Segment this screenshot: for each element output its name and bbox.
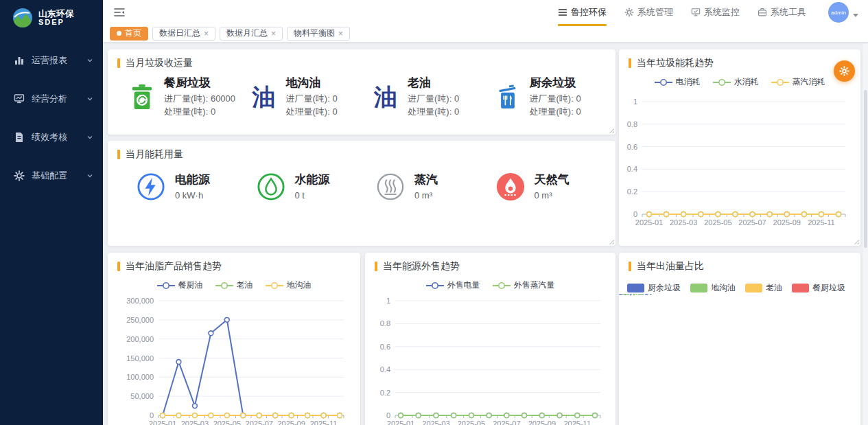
tab-home[interactable]: 首页 × [110,27,148,41]
out-value: 0 [576,106,580,117]
user-menu[interactable]: admin [824,2,858,23]
legend-item[interactable]: 蒸汽消耗 [771,76,825,88]
card-title: 当年出油量占比 [637,260,704,273]
logo-subtitle: SDEP [38,19,74,27]
svg-text:0.6: 0.6 [627,143,637,151]
legend-item[interactable]: 地沟油 [266,279,312,291]
nav-item-system-monitor[interactable]: 系统监控 [691,3,740,21]
energy-external-sales-trend-plot[interactable]: 00.20.40.60.812025-012025-032025-052025-… [365,291,610,425]
legend-marker-icon [426,282,444,290]
close-icon[interactable]: × [204,30,209,38]
main-content: 当月垃圾收运量 [103,43,868,425]
sidebar-menu: 运营报表 经营分析 绩效考核 [0,41,103,195]
svg-text:0.2: 0.2 [627,187,637,196]
close-icon[interactable]: × [338,30,343,38]
tab-monthly-summary[interactable]: 数据月汇总 × [220,27,283,41]
resize-handle[interactable] [608,238,614,244]
waste-energy-trend-card: 当年垃圾能耗趋势 电消耗水消耗蒸汽消耗00.20.40.60.812025-01… [619,49,860,246]
header-nav: 鲁控环保 系统管理 系统监控 系统工具 admin [558,2,858,23]
sidebar-collapse-icon[interactable] [113,5,126,19]
energy-value: 0 kW·h [175,189,210,203]
oil-output-ratio-plot[interactable]: 厨余垃圾: 25.8...地沟油: 0....老油: 66.93%餐厨垃圾: 6… [619,294,860,425]
tabs-bar: 首页 × 数据日汇总 × 数据月汇总 × 物料平衡图 × [103,25,868,43]
legend-item[interactable]: 地沟油 [690,282,736,294]
svg-text:2025-07: 2025-07 [493,420,520,425]
svg-text:2025-01: 2025-01 [149,420,176,425]
in-value: 60000 [211,93,235,104]
sidebar-item-basic-config[interactable]: 基础配置 [0,157,103,195]
accent-bar [629,262,631,271]
sidebar-item-operation-report[interactable]: 运营报表 [0,41,103,80]
settings-fab-button[interactable] [834,60,855,82]
oil-product-sales-trend-plot[interactable]: 050,000100,000150,000200,000250,000300,0… [108,291,355,425]
svg-text:0.2: 0.2 [380,389,390,397]
legend-item[interactable]: 老油 [215,279,253,291]
legend-item[interactable]: 外售蒸汽量 [493,279,555,291]
legend-marker-icon [771,78,789,87]
chevron-down-icon [86,172,93,179]
legend-item[interactable]: 老油 [745,282,782,294]
tab-daily-summary[interactable]: 数据日汇总 × [152,27,215,41]
svg-text:0.8: 0.8 [380,319,390,328]
monitor-icon [691,8,701,17]
waste-collection-card: 当月垃圾收运量 [108,49,615,135]
svg-text:2025-11: 2025-11 [808,218,835,227]
accent-bar [117,262,120,271]
energy-gas: 天然气 0 m³ [496,172,616,203]
avatar[interactable]: admin [828,2,849,23]
in-value: 0 [332,93,337,104]
waste-energy-trend-chart[interactable]: 电消耗水消耗蒸汽消耗00.20.40.60.812025-012025-0320… [619,76,860,235]
nav-item-system-tools[interactable]: 系统工具 [758,3,806,21]
active-dot-icon [117,31,121,36]
in-value: 0 [454,93,459,104]
accent-bar [117,150,120,159]
legend-item[interactable]: 餐厨垃圾 [792,282,845,294]
oil-sales-trend-chart[interactable]: 餐厨油老油地沟油050,000100,000150,000200,000250,… [108,279,360,425]
legend-item[interactable]: 水消耗 [713,76,759,88]
chart-legend: 电消耗水消耗蒸汽消耗 [619,76,860,88]
svg-text:1: 1 [386,297,390,305]
energy-sales-trend-chart[interactable]: 外售电量外售蒸汽量00.20.40.60.812025-012025-03202… [365,279,615,425]
tab-material-balance[interactable]: 物料平衡图 × [287,27,350,41]
recycle-bin-icon [128,83,156,111]
svg-text:2025-03: 2025-03 [670,218,697,227]
sidebar-item-business-analysis[interactable]: 经营分析 [0,80,103,118]
energy-water: 水能源 0 t [257,172,377,203]
waste-energy-trend-plot[interactable]: 00.20.40.60.812025-012025-032025-052025-… [619,88,855,235]
svg-text:2025-05: 2025-05 [458,420,485,425]
oil-output-ratio-card: 当年出油量占比 厨余垃圾地沟油老油餐厨垃圾厨余垃圾: 25.8...地沟油: 0… [619,253,860,425]
chart-legend: 厨余垃圾地沟油老油餐厨垃圾 [627,282,860,294]
resize-handle[interactable] [608,127,614,133]
legend-marker-icon [627,284,644,292]
dashboard-app: 山东环保 SDEP 运营报表 经营分析 [0,0,868,425]
oil-char-icon: 油 [250,85,278,108]
svg-text:0: 0 [150,411,154,420]
oil-output-ratio-chart[interactable]: 厨余垃圾地沟油老油餐厨垃圾厨余垃圾: 25.8...地沟油: 0....老油: … [619,282,860,425]
svg-text:2025-05: 2025-05 [704,218,731,227]
resize-handle[interactable] [853,238,859,244]
accent-bar [375,262,377,271]
svg-text:0.4: 0.4 [380,365,390,374]
legend-item[interactable]: 电消耗 [655,76,701,88]
scrollbar-thumb[interactable] [864,90,867,248]
svg-text:2025-01: 2025-01 [387,420,414,425]
energy-value: 0 t [295,189,330,203]
svg-text:2025-09: 2025-09 [277,420,305,425]
out-value: 0 [211,106,215,117]
nav-item-system-management[interactable]: 系统管理 [624,3,673,21]
close-icon[interactable]: × [271,30,276,38]
legend-item[interactable]: 外售电量 [426,279,480,291]
caret-down-icon [853,14,858,17]
legend-item[interactable]: 厨余垃圾 [627,282,681,294]
svg-text:0.4: 0.4 [627,165,637,173]
legend-marker-icon [266,282,283,290]
sidebar-item-performance-review[interactable]: 绩效考核 [0,118,103,157]
gear-icon [14,170,25,181]
stat-gutter-oil: 油 地沟油 进厂量(吨): 0 处理量(吨): 0 [250,75,373,119]
svg-text:50,000: 50,000 [130,392,154,400]
nav-item-lukong-env[interactable]: 鲁控环保 [558,3,607,21]
legend-item[interactable]: 餐厨油 [157,279,203,291]
logo[interactable]: 山东环保 SDEP [0,0,103,36]
svg-text:0: 0 [386,411,390,420]
stat-food-waste: 厨余垃圾 进厂量(吨): 0 处理量(吨): 0 [494,75,616,119]
